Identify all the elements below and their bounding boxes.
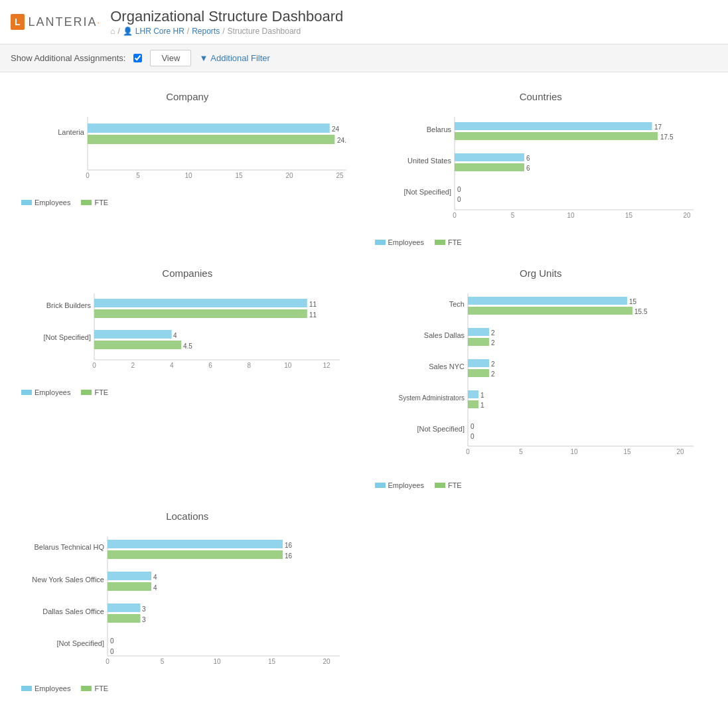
logo-dot: ·: [98, 17, 100, 27]
svg-text:3: 3: [142, 605, 146, 613]
svg-rect-19: [455, 153, 524, 161]
countries-employees-label: Employees: [388, 238, 424, 246]
svg-text:10: 10: [184, 172, 192, 179]
svg-rect-3: [88, 135, 334, 144]
locations-chart-panel: Locations 16 16 Belarus Technical HQ 4 4…: [11, 503, 364, 706]
svg-rect-92: [108, 572, 151, 580]
breadcrumb-sep2: /: [187, 27, 189, 36]
svg-text:Sales NYC: Sales NYC: [429, 362, 465, 370]
svg-text:Tech: Tech: [449, 300, 464, 308]
svg-rect-43: [94, 341, 181, 349]
svg-text:0: 0: [106, 658, 109, 665]
svg-rect-67: [468, 369, 489, 377]
orgunits-employees-color: [375, 483, 386, 488]
svg-text:12: 12: [323, 362, 330, 369]
svg-text:0: 0: [453, 212, 457, 219]
countries-fte-legend: FTE: [435, 238, 462, 246]
page-header: L LANTERIA· Organizational Structure Das…: [0, 0, 728, 44]
svg-text:United States: United States: [407, 157, 451, 165]
svg-rect-41: [94, 330, 172, 339]
companies-fte-label: FTE: [94, 388, 108, 396]
page-title: Organizational Structure Dashboard: [110, 8, 343, 25]
svg-text:0: 0: [86, 172, 90, 179]
svg-rect-16: [455, 132, 658, 140]
svg-text:5: 5: [510, 212, 514, 219]
svg-text:10: 10: [213, 658, 221, 665]
svg-text:2: 2: [491, 339, 495, 347]
svg-text:0: 0: [110, 637, 114, 645]
assignments-checkbox[interactable]: [133, 54, 142, 62]
svg-rect-14: [455, 122, 652, 130]
employees-legend-color: [21, 200, 32, 205]
svg-text:15: 15: [235, 172, 243, 179]
employees-legend-label: Employees: [35, 198, 70, 206]
svg-text:6: 6: [208, 362, 212, 369]
svg-text:0: 0: [457, 186, 461, 193]
svg-text:Belarus Technical HQ: Belarus Technical HQ: [34, 543, 104, 551]
svg-text:15: 15: [629, 298, 637, 305]
view-button[interactable]: View: [150, 50, 191, 66]
companies-employees-label: Employees: [35, 388, 70, 396]
filter-label: Additional Filter: [210, 53, 270, 63]
svg-text:0: 0: [471, 433, 474, 440]
companies-employees-legend: Employees: [21, 388, 70, 396]
svg-text:15: 15: [268, 658, 276, 665]
companies-employees-color: [21, 390, 32, 395]
svg-text:20: 20: [323, 658, 330, 665]
countries-fte-color: [435, 240, 445, 245]
logo-text: LANTERIA: [29, 15, 98, 29]
breadcrumb-home-icon[interactable]: ⌂: [110, 27, 115, 36]
svg-text:Dallas Sales Office: Dallas Sales Office: [42, 607, 104, 615]
svg-text:2: 2: [491, 370, 495, 378]
countries-chart-title: Countries: [375, 91, 707, 102]
svg-text:20: 20: [676, 448, 684, 455]
svg-text:20: 20: [683, 212, 691, 219]
locations-employees-color: [21, 686, 32, 691]
locations-fte-label: FTE: [94, 684, 108, 692]
svg-rect-62: [468, 338, 489, 346]
breadcrumb-sep1: /: [117, 27, 119, 36]
filter-button[interactable]: ▼ Additional Filter: [199, 53, 269, 63]
svg-rect-65: [468, 359, 489, 367]
orgunits-fte-legend: FTE: [435, 481, 462, 489]
svg-text:11: 11: [309, 301, 317, 308]
svg-text:Belarus: Belarus: [426, 125, 451, 133]
orgunits-fte-label: FTE: [448, 481, 462, 489]
svg-text:Lanteria: Lanteria: [58, 128, 85, 136]
show-assignments-label: Show Additional Assignments:: [11, 53, 125, 63]
svg-text:20: 20: [285, 172, 293, 179]
company-chart-title: Company: [21, 91, 354, 102]
svg-text:5: 5: [161, 658, 165, 665]
orgunits-chart-container: 15 15.5 Tech 2 2 Sales Dallas 2 2 Sales …: [375, 287, 707, 489]
countries-fte-label: FTE: [448, 238, 462, 246]
svg-rect-55: [468, 297, 627, 305]
svg-text:5: 5: [519, 448, 523, 455]
svg-rect-72: [468, 400, 478, 408]
filter-icon: ▼: [199, 53, 208, 63]
svg-text:Sales Dallas: Sales Dallas: [423, 331, 465, 339]
assignments-checkbox-wrapper[interactable]: [133, 54, 142, 62]
companies-fte-color: [81, 390, 92, 395]
locations-chart-container: 16 16 Belarus Technical HQ 4 4 New York …: [21, 530, 354, 692]
svg-text:17.5: 17.5: [660, 133, 674, 141]
countries-employees-legend: Employees: [375, 238, 424, 246]
company-chart-svg: 24 24.5 Lanteria 0 5 10 15 20 25: [21, 110, 346, 190]
locations-chart-svg: 16 16 Belarus Technical HQ 4 4 New York …: [21, 530, 346, 676]
breadcrumb-lhr[interactable]: LHR Core HR: [135, 27, 184, 36]
svg-rect-99: [108, 614, 141, 623]
fte-legend-label: FTE: [94, 198, 108, 206]
companies-chart-svg: 11 11 Brick Builders 4 4.5 [Not Specifie…: [21, 287, 346, 380]
company-chart-container: 24 24.5 Lanteria 0 5 10 15 20 25: [21, 110, 354, 206]
svg-text:15.5: 15.5: [634, 308, 648, 315]
svg-text:15: 15: [623, 448, 631, 455]
toolbar: Show Additional Assignments: View ▼ Addi…: [0, 44, 728, 72]
breadcrumb-current: Structure Dashboard: [228, 27, 301, 36]
orgunits-chart-title: Org Units: [375, 268, 707, 279]
breadcrumb-reports[interactable]: Reports: [192, 27, 220, 36]
svg-text:1: 1: [480, 392, 484, 399]
companies-chart-panel: Companies 11 11 Brick Builders 4 4.5 [No…: [11, 260, 364, 503]
company-chart-panel: Company 24 24.5 Lanteria 0 5 10 1: [11, 83, 364, 260]
svg-text:4: 4: [153, 584, 157, 592]
svg-text:25: 25: [336, 172, 344, 179]
locations-fte-legend: FTE: [81, 684, 108, 692]
